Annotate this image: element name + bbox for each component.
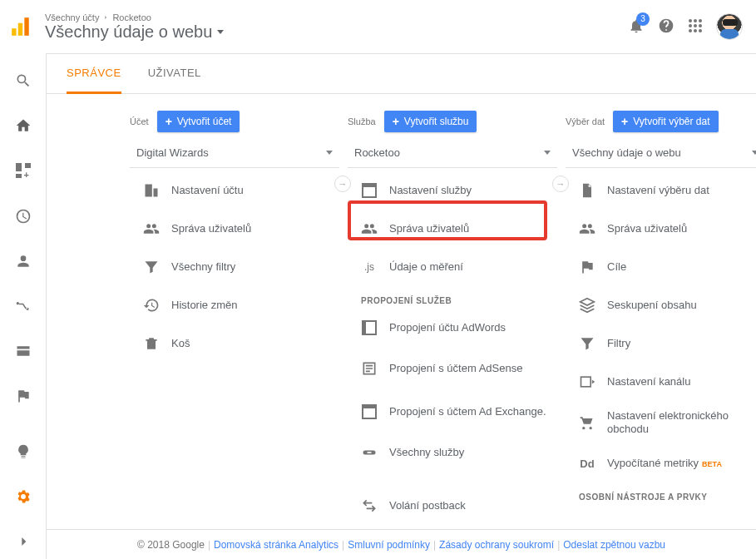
adwords-linking-link[interactable]: Propojení účtu AdWords (356, 309, 557, 347)
account-trash-link[interactable]: Koš (138, 324, 339, 363)
nav-behavior[interactable] (0, 334, 47, 369)
svg-point-8 (694, 19, 697, 22)
account-filters-link[interactable]: Všechny filtry (138, 248, 339, 286)
left-nav-rail: + (0, 53, 47, 559)
breadcrumb-leaf: Rocketoo (112, 12, 151, 22)
caret-down-icon (544, 151, 551, 155)
svg-point-7 (689, 19, 692, 22)
svg-rect-4 (12, 28, 16, 36)
help-button[interactable] (658, 17, 674, 37)
svg-point-9 (699, 19, 702, 22)
nav-admin[interactable] (0, 479, 47, 514)
svg-point-14 (694, 29, 697, 32)
all-products-link[interactable]: Všechny služby (356, 433, 557, 472)
apps-button[interactable] (688, 18, 703, 36)
footer-link-terms[interactable]: Smluvní podmínky (348, 539, 430, 551)
nav-home[interactable] (0, 108, 47, 143)
admin-tabs: SPRÁVCE UŽIVATEL (47, 54, 756, 94)
caret-down-icon (326, 151, 333, 155)
user-avatar[interactable] (716, 13, 743, 40)
tab-user[interactable]: UŽIVATEL (148, 54, 201, 94)
caret-down-icon (217, 30, 224, 34)
adexchange-linking-link[interactable]: Propojení s účtem Ad Exchange. (356, 390, 557, 433)
view-filters-link[interactable]: Filtry (574, 324, 756, 363)
create-property-button[interactable]: +Vytvořit službu (384, 111, 477, 132)
account-column-label: Účet (130, 116, 149, 126)
svg-rect-5 (18, 23, 22, 36)
nav-conversions[interactable] (0, 378, 47, 413)
property-settings-link[interactable]: Nastavení služby (356, 171, 557, 210)
nav-audience[interactable] (0, 244, 47, 279)
page-footer: © 2018 Google | Domovská stránka Analyti… (47, 529, 756, 559)
view-settings-link[interactable]: Nastavení výběru dat (574, 171, 756, 210)
adsense-linking-link[interactable]: Propojení s účtem AdSense (356, 347, 557, 390)
nav-realtime[interactable] (0, 199, 47, 234)
account-user-management-link[interactable]: Správa uživatelů (138, 210, 339, 248)
nav-discover[interactable] (0, 434, 47, 469)
create-view-button[interactable]: +Vytvořit výběr dat (613, 111, 718, 132)
tab-admin[interactable]: SPRÁVCE (67, 54, 121, 94)
view-column: Výběr dat +Vytvořit výběr dat Všechny úd… (566, 111, 756, 559)
svg-point-11 (694, 24, 697, 27)
svg-point-12 (699, 24, 702, 27)
account-selector[interactable]: Digital Wizards (130, 139, 339, 167)
footer-copyright: © 2018 Google (137, 539, 205, 551)
plus-icon: + (393, 116, 399, 127)
nav-acquisition[interactable] (0, 289, 47, 324)
main-content: SPRÁVCE UŽIVATEL Účet +Vytvořit účet Dig… (47, 53, 756, 559)
create-account-button[interactable]: +Vytvořit účet (157, 111, 240, 132)
footer-link-privacy[interactable]: Zásady ochrany soukromí (439, 539, 554, 551)
property-tracking-info-link[interactable]: .jsÚdaje o měření (356, 248, 557, 286)
property-section-linking: PROPOJENÍ SLUŽEB (356, 286, 557, 309)
view-channel-settings-link[interactable]: Nastavení kanálu (574, 363, 756, 401)
account-history-link[interactable]: Historie změn (138, 286, 339, 324)
footer-link-home[interactable]: Domovská stránka Analytics (214, 539, 338, 551)
property-column-label: Služba (348, 116, 376, 126)
view-selector-dropdown[interactable]: Všechny údaje o webu (566, 139, 756, 167)
breadcrumb[interactable]: Všechny účty Rocketoo (45, 12, 628, 22)
view-user-management-link[interactable]: Správa uživatelů (574, 210, 756, 248)
svg-point-13 (689, 29, 692, 32)
dashboard-icon: + (16, 163, 31, 178)
account-column: Účet +Vytvořit účet Digital Wizards Nast… (130, 111, 348, 559)
breadcrumb-root: Všechny účty (45, 12, 99, 22)
page-title: Všechny údaje o webu (45, 22, 212, 42)
view-column-label: Výběr dat (566, 116, 605, 126)
view-selector[interactable]: Všechny údaje o webu (45, 22, 628, 42)
notifications-button[interactable]: 3 (628, 17, 645, 37)
nav-expand[interactable] (0, 524, 47, 559)
plus-icon: + (621, 116, 628, 127)
app-header: Všechny účty Rocketoo Všechny údaje o we… (0, 0, 756, 53)
property-selector[interactable]: Rocketoo (348, 139, 557, 167)
view-goals-link[interactable]: Cíle (574, 248, 756, 286)
nav-search[interactable] (0, 63, 47, 98)
svg-point-15 (699, 29, 702, 32)
nav-customization[interactable]: + (0, 153, 47, 188)
view-section-personal: OSOBNÍ NÁSTROJE A PRVKY (574, 482, 756, 505)
svg-rect-6 (24, 17, 28, 36)
view-content-grouping-link[interactable]: Seskupení obsahu (574, 286, 756, 324)
account-settings-link[interactable]: Nastavení účtu (138, 171, 339, 210)
footer-link-feedback[interactable]: Odeslat zpětnou vazbu (563, 539, 665, 551)
notification-badge: 3 (636, 12, 650, 26)
postback-link[interactable]: Volání postback (356, 487, 557, 525)
svg-point-10 (689, 24, 692, 27)
property-user-management-link[interactable]: Správa uživatelů (356, 210, 557, 248)
caret-down-icon (752, 151, 756, 155)
view-ecommerce-settings-link[interactable]: Nastavení elektronického obchodu (574, 401, 756, 444)
property-column: Služba +Vytvořit službu Rocketoo Nastave… (348, 111, 566, 559)
view-calculated-metrics-link[interactable]: DdVypočítané metrikyBETA (574, 444, 756, 482)
analytics-logo-icon (10, 16, 32, 37)
plus-icon: + (166, 116, 172, 127)
